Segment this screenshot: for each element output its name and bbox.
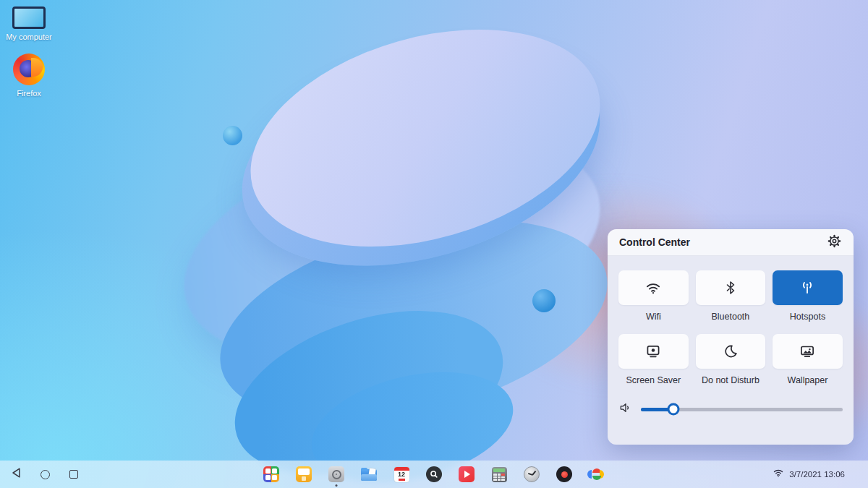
running-indicator: [336, 484, 338, 487]
home-button[interactable]: [39, 468, 51, 480]
volume-slider-thumb[interactable]: [667, 403, 679, 416]
app-grid-icon: [263, 466, 279, 482]
toggle-label: Hotspots: [790, 312, 825, 322]
desktop-icon-label: My computer: [6, 33, 52, 41]
taskbar-apps: 12: [263, 461, 605, 488]
calendar-day-number: 12: [394, 471, 409, 479]
wifi-icon: [773, 468, 784, 481]
toggle-label: Do not Disturb: [702, 375, 760, 385]
toggle-label: Wallpaper: [788, 375, 828, 385]
computer-icon: [12, 7, 46, 29]
wifi-icon: [644, 278, 663, 297]
clock-icon: [524, 466, 540, 482]
home-circle-icon: [41, 470, 50, 479]
desktop-icon-my-computer[interactable]: My computer: [3, 7, 55, 41]
hotspot-icon: [798, 278, 817, 297]
pinwheel-icon: [589, 466, 605, 482]
volume-slider-track[interactable]: [641, 408, 843, 411]
wifi-toggle[interactable]: [618, 270, 689, 305]
taskbar-app-calculator[interactable]: [490, 466, 508, 483]
volume-slider-row: [618, 401, 843, 418]
tray-datetime: 3/7/2021 13:06: [789, 470, 845, 479]
bluetooth-toggle[interactable]: [696, 270, 766, 305]
toggle-label: Wifi: [646, 312, 661, 322]
settings-gear-icon: [328, 466, 344, 482]
toggle-label: Bluetooth: [711, 312, 749, 322]
record-icon: [556, 466, 572, 482]
taskbar-app-settings[interactable]: [328, 466, 345, 483]
speaker-icon: [618, 401, 633, 418]
search-icon: [426, 466, 442, 482]
wallpaper-sphere: [532, 289, 556, 312]
screen-saver-toggle[interactable]: [618, 334, 689, 369]
calculator-icon: [492, 467, 507, 482]
wallpaper-toggle[interactable]: [773, 334, 843, 369]
taskbar-nav: [10, 461, 80, 488]
calendar-icon: 12: [394, 467, 409, 482]
control-center-panel: Control Center: [608, 229, 854, 445]
recents-square-icon: [69, 470, 78, 479]
wallpaper-sphere: [223, 126, 242, 145]
wallpaper-icon: [798, 342, 817, 361]
gear-icon[interactable]: [827, 234, 842, 252]
play-icon: [459, 466, 475, 482]
control-center-body: Wifi Bluetooth: [608, 256, 854, 445]
taskbar-tray[interactable]: 3/7/2021 13:06: [773, 461, 845, 488]
toggle-label: Screen Saver: [626, 375, 681, 385]
taskbar: 12: [0, 461, 868, 488]
taskbar-app-clock[interactable]: [523, 466, 540, 483]
taskbar-app-launcher[interactable]: [263, 466, 280, 483]
screensaver-icon: [644, 342, 663, 361]
recents-button[interactable]: [68, 468, 80, 480]
desktop-icon-firefox[interactable]: Firefox: [3, 53, 55, 98]
control-center-title: Control Center: [619, 236, 690, 248]
store-icon: [296, 466, 312, 482]
desktop: My computer Firefox Control Center: [0, 0, 868, 488]
moon-icon: [721, 342, 740, 361]
bluetooth-icon: [722, 279, 739, 296]
taskbar-app-files[interactable]: [360, 466, 378, 483]
taskbar-app-photos[interactable]: [588, 466, 605, 483]
firefox-icon: [13, 53, 45, 85]
taskbar-app-store[interactable]: [295, 466, 312, 483]
hotspots-toggle[interactable]: [773, 270, 843, 305]
taskbar-app-calendar[interactable]: 12: [393, 466, 410, 483]
taskbar-app-recorder[interactable]: [556, 466, 573, 483]
back-triangle-icon: [11, 467, 22, 481]
taskbar-app-search[interactable]: [425, 466, 443, 483]
taskbar-app-media-player[interactable]: [458, 466, 475, 483]
desktop-icon-label: Firefox: [17, 89, 41, 98]
do-not-disturb-toggle[interactable]: [696, 334, 766, 369]
folder-icon: [361, 468, 377, 481]
back-button[interactable]: [10, 468, 22, 480]
control-center-header: Control Center: [608, 229, 854, 256]
